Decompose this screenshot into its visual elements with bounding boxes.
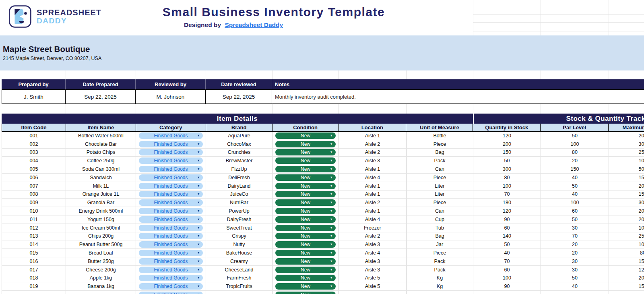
- category-dropdown[interactable]: Finished Goods▼: [139, 283, 203, 290]
- location-cell[interactable]: Aisle 5: [339, 282, 407, 290]
- category-dropdown[interactable]: Finished Goods▼: [139, 208, 203, 214]
- name-cell[interactable]: Apple 1kg: [66, 274, 136, 282]
- par-cell[interactable]: 100: [541, 140, 609, 148]
- name-cell[interactable]: Sandwich: [66, 174, 136, 182]
- location-cell[interactable]: Aisle 1: [339, 165, 407, 173]
- category-cell[interactable]: Finished Goods▼: [136, 165, 206, 173]
- location-cell[interactable]: Aisle 3: [339, 266, 407, 274]
- condition-dropdown[interactable]: New▼: [275, 141, 336, 147]
- max-cell[interactable]: 100: [609, 157, 644, 165]
- unit-cell[interactable]: Kg: [407, 274, 473, 282]
- brand-cell[interactable]: AquaPure: [206, 132, 272, 140]
- unit-cell[interactable]: Pack: [407, 157, 473, 165]
- name-cell[interactable]: Coffee 250g: [66, 157, 136, 165]
- category-cell[interactable]: Finished Goods▼: [136, 291, 206, 294]
- max-cell[interactable]: 150: [609, 282, 644, 290]
- category-cell[interactable]: Finished Goods▼: [136, 232, 206, 240]
- max-cell[interactable]: [609, 291, 644, 294]
- category-dropdown[interactable]: Finished Goods▼: [139, 174, 203, 181]
- par-cell[interactable]: 100: [541, 199, 609, 207]
- condition-dropdown[interactable]: New▼: [275, 267, 336, 273]
- max-cell[interactable]: 200: [609, 132, 644, 140]
- par-cell[interactable]: 40: [541, 174, 609, 182]
- condition-dropdown[interactable]: New▼: [275, 208, 336, 214]
- condition-cell[interactable]: New▼: [272, 257, 339, 265]
- category-cell[interactable]: Finished Goods▼: [136, 190, 206, 199]
- unit-cell[interactable]: Piece: [407, 140, 473, 148]
- name-cell[interactable]: Ice Cream 500ml: [66, 224, 136, 232]
- par-cell[interactable]: 30: [541, 224, 609, 232]
- unit-cell[interactable]: Can: [407, 207, 473, 215]
- code-cell[interactable]: 012: [2, 224, 66, 232]
- code-cell[interactable]: 005: [2, 165, 66, 173]
- code-cell[interactable]: 004: [2, 157, 66, 165]
- condition-cell[interactable]: New▼: [272, 282, 339, 290]
- name-cell[interactable]: Yogurt 150g: [66, 215, 136, 224]
- name-cell[interactable]: Banana 1kg: [66, 282, 136, 290]
- condition-cell[interactable]: New▼: [272, 291, 339, 294]
- condition-dropdown[interactable]: New▼: [275, 183, 336, 189]
- condition-cell[interactable]: New▼: [272, 140, 339, 148]
- qty-cell[interactable]: 90: [473, 215, 541, 224]
- category-dropdown[interactable]: Finished Goods▼: [139, 250, 203, 256]
- condition-cell[interactable]: New▼: [272, 132, 339, 140]
- brand-cell[interactable]: JuiceCo: [206, 190, 272, 199]
- category-dropdown[interactable]: Finished Goods▼: [139, 157, 203, 164]
- condition-cell[interactable]: New▼: [272, 157, 339, 165]
- unit-cell[interactable]: Piece: [407, 174, 473, 182]
- unit-cell[interactable]: Cup: [407, 215, 473, 224]
- category-cell[interactable]: Finished Goods▼: [136, 224, 206, 232]
- brand-cell[interactable]: TropicFruits: [206, 282, 272, 290]
- qty-cell[interactable]: 120: [473, 132, 541, 140]
- category-cell[interactable]: Finished Goods▼: [136, 266, 206, 274]
- max-cell[interactable]: 200: [609, 182, 644, 190]
- brand-cell[interactable]: DairyFresh: [206, 215, 272, 224]
- par-cell[interactable]: 50: [541, 274, 609, 282]
- condition-dropdown[interactable]: New▼: [275, 258, 336, 265]
- date-prepared-cell[interactable]: Sep 22, 2025: [66, 89, 136, 104]
- category-dropdown[interactable]: Finished Goods▼: [139, 191, 203, 197]
- location-cell[interactable]: Aisle 5: [339, 274, 407, 282]
- qty-cell[interactable]: [473, 291, 541, 294]
- brand-cell[interactable]: DairyLand: [206, 182, 272, 190]
- category-cell[interactable]: Finished Goods▼: [136, 249, 206, 257]
- code-cell[interactable]: 019: [2, 282, 66, 290]
- par-cell[interactable]: 40: [541, 190, 609, 199]
- code-cell[interactable]: 014: [2, 240, 66, 248]
- brand-cell[interactable]: Crispy: [206, 232, 272, 240]
- name-cell[interactable]: Cheese 200g: [66, 266, 136, 274]
- name-cell[interactable]: Bread Loaf: [66, 249, 136, 257]
- brand-cell[interactable]: Nutty: [206, 240, 272, 248]
- code-cell[interactable]: 002: [2, 140, 66, 148]
- name-cell[interactable]: Bottled Water 500ml: [66, 132, 136, 140]
- location-cell[interactable]: Freezer: [339, 224, 407, 232]
- condition-cell[interactable]: New▼: [272, 174, 339, 182]
- brand-cell[interactable]: Crunchies: [206, 149, 272, 157]
- qty-cell[interactable]: 150: [473, 149, 541, 157]
- code-cell[interactable]: 010: [2, 207, 66, 215]
- unit-cell[interactable]: Bag: [407, 149, 473, 157]
- code-cell[interactable]: 013: [2, 232, 66, 240]
- location-cell[interactable]: Aisle 4: [339, 215, 407, 224]
- condition-cell[interactable]: New▼: [272, 215, 339, 224]
- condition-dropdown[interactable]: New▼: [275, 174, 336, 181]
- category-cell[interactable]: Finished Goods▼: [136, 157, 206, 165]
- qty-cell[interactable]: 60: [473, 266, 541, 274]
- qty-cell[interactable]: 300: [473, 165, 541, 173]
- unit-cell[interactable]: Kg: [407, 282, 473, 290]
- code-cell[interactable]: 007: [2, 182, 66, 190]
- max-cell[interactable]: 120: [609, 266, 644, 274]
- name-cell[interactable]: Potato Chips: [66, 149, 136, 157]
- category-cell[interactable]: Finished Goods▼: [136, 207, 206, 215]
- max-cell[interactable]: 200: [609, 215, 644, 224]
- unit-cell[interactable]: Jar: [407, 240, 473, 248]
- qty-cell[interactable]: 70: [473, 257, 541, 265]
- unit-cell[interactable]: Can: [407, 165, 473, 173]
- category-dropdown[interactable]: Finished Goods▼: [139, 199, 203, 206]
- category-dropdown[interactable]: Finished Goods▼: [139, 216, 203, 223]
- location-cell[interactable]: Aisle 4: [339, 174, 407, 182]
- category-cell[interactable]: Finished Goods▼: [136, 140, 206, 148]
- reviewed-by-cell[interactable]: M. Johnson: [136, 89, 206, 104]
- unit-cell[interactable]: Bag: [407, 232, 473, 240]
- qty-cell[interactable]: 120: [473, 207, 541, 215]
